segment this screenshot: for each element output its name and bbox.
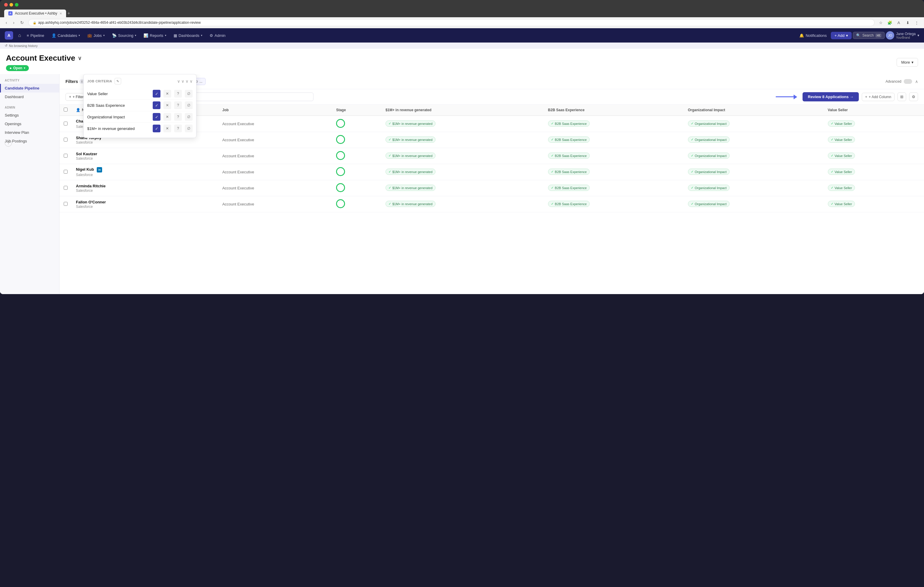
nav-item-dashboards[interactable]: ▦ Dashboards ▾ (171, 31, 205, 39)
menu-button[interactable]: ⋮ (913, 19, 920, 26)
app-logo[interactable]: A (5, 31, 13, 39)
criteria-check-0[interactable]: ✓ (153, 90, 160, 97)
sidebar-item-candidate-pipeline[interactable]: Candidate Pipeline (0, 84, 59, 92)
criteria-null-3[interactable]: ∅ (185, 125, 193, 132)
criteria-null-1[interactable]: ∅ (185, 101, 193, 109)
org-impact-cell: ✓ Organizational Impact (684, 164, 824, 180)
criteria-x-2[interactable]: ✕ (163, 113, 171, 121)
nav-item-pipeline[interactable]: ≡ Pipeline (24, 31, 47, 39)
active-tab[interactable]: A Account Executive • Ashby ✕ (4, 10, 66, 17)
row-checkbox-cell[interactable] (59, 180, 72, 196)
row-checkbox[interactable] (64, 154, 68, 158)
sort-down-3[interactable]: ∨ (185, 79, 188, 84)
linkedin-icon[interactable]: in (97, 167, 102, 173)
nav-item-reports[interactable]: 📊 Reports ▾ (140, 31, 169, 39)
status-badge[interactable]: ● Open ▾ (6, 65, 29, 71)
tab-close-button[interactable]: ✕ (59, 12, 62, 15)
candidate-name[interactable]: Nigel Kub (76, 167, 94, 172)
nav-item-candidates[interactable]: 👤 Candidates ▾ (48, 31, 83, 39)
sort-down-1[interactable]: ∨ (177, 79, 180, 84)
minimize-window-button[interactable] (10, 3, 13, 7)
extensions-button[interactable]: 🧩 (886, 19, 893, 26)
candidate-company: Salesforce (76, 156, 93, 161)
row-checkbox[interactable] (64, 170, 68, 174)
forward-button[interactable]: › (12, 20, 16, 26)
candidate-name[interactable]: Sol Kautzer (76, 152, 97, 156)
notifications-button[interactable]: 🔔 Notifications (796, 31, 830, 39)
row-checkbox-cell[interactable] (59, 196, 72, 212)
select-all-header[interactable] (59, 105, 72, 116)
sidebar-item-dashboard[interactable]: Dashboard (0, 92, 59, 101)
column-settings-button[interactable]: ⚙ (909, 92, 918, 101)
revenue-tag: ✓ $1M+ in revenue generated (386, 185, 436, 191)
candidate-name-cell: Nigel Kub in Salesforce (72, 164, 218, 180)
user-menu[interactable]: JO Jane Ortega YourBrand ▾ (886, 31, 919, 39)
select-all-checkbox[interactable] (64, 108, 68, 112)
column-options-button[interactable]: ⊞ (898, 92, 906, 101)
criteria-q-0[interactable]: ? (174, 90, 182, 97)
value-seller-tag: ✓ Value Seller (828, 120, 855, 127)
sidebar-item-openings[interactable]: Openings (0, 120, 59, 128)
add-column-button[interactable]: + + Add Column (862, 93, 894, 101)
criteria-null-0[interactable]: ∅ (185, 90, 193, 97)
back-button[interactable]: ‹ (4, 20, 8, 26)
check-icon: ✓ (691, 138, 694, 141)
row-checkbox-cell[interactable] (59, 132, 72, 148)
b2b-tag: ✓ B2B Saas Experience (548, 201, 590, 207)
close-window-button[interactable] (4, 3, 8, 7)
profile-button[interactable]: A (896, 19, 902, 26)
criteria-q-2[interactable]: ? (174, 113, 182, 121)
row-checkbox-cell[interactable] (59, 116, 72, 132)
advanced-toggle-switch[interactable] (904, 79, 912, 84)
review-applications-button[interactable]: Review 8 Applications → (802, 92, 859, 101)
sort-down-4[interactable]: ∨ (190, 79, 193, 84)
home-nav-button[interactable]: ⌂ (16, 32, 23, 39)
address-field[interactable]: 🔒 app.ashbyhq.com/jobs/e24f3252-484a-465… (28, 19, 874, 26)
browser-addressbar: ‹ › ↻ 🔒 app.ashbyhq.com/jobs/e24f3252-48… (0, 17, 924, 28)
download-button[interactable]: ⬇ (904, 19, 911, 26)
job-title: Account Executive (223, 122, 254, 126)
add-button[interactable]: + Add ▾ (831, 32, 851, 39)
row-checkbox-cell[interactable] (59, 164, 72, 180)
table-row[interactable]: Arminda Ritchie Salesforce Account Execu… (59, 180, 924, 196)
table-row[interactable]: Sol Kautzer Salesforce Account Executive… (59, 148, 924, 164)
row-checkbox[interactable] (64, 122, 68, 125)
sidebar-item-settings[interactable]: Settings (0, 111, 59, 120)
criteria-check-3[interactable]: ✓ (153, 125, 160, 132)
candidate-name[interactable]: Arminda Ritchie (76, 184, 106, 188)
reload-button[interactable]: ↻ (19, 20, 25, 26)
candidate-name[interactable]: Fallon O'Conner (76, 200, 106, 204)
maximize-window-button[interactable] (15, 3, 18, 7)
row-checkbox[interactable] (64, 186, 68, 190)
criteria-x-0[interactable]: ✕ (163, 90, 171, 97)
row-checkbox[interactable] (64, 138, 68, 141)
search-button[interactable]: 🔍 Search ⌘K (853, 32, 885, 39)
criteria-x-1[interactable]: ✕ (163, 101, 171, 109)
criteria-dropdown: JOB CRITERIA ✎ ∨ ∨ ∨ ∨ (83, 74, 196, 138)
criteria-q-3[interactable]: ? (174, 125, 182, 132)
app-container: A ⌂ ≡ Pipeline 👤 Candidates ▾ 💼 Jobs ▾ 📡… (0, 28, 924, 294)
edit-criteria-button[interactable]: ✎ (115, 78, 121, 84)
nav-item-sourcing[interactable]: 📡 Sourcing ▾ (109, 31, 139, 39)
page-title-caret[interactable]: ∨ (78, 55, 82, 62)
criteria-q-1[interactable]: ? (174, 101, 182, 109)
nav-item-jobs[interactable]: 💼 Jobs ▾ (84, 31, 107, 39)
criteria-check-1[interactable]: ✓ (153, 101, 160, 109)
org-impact-tag: ✓ Organizational Impact (688, 169, 729, 175)
new-tab-button[interactable]: + (67, 11, 70, 16)
table-row[interactable]: Nigel Kub in Salesforce Account Executiv… (59, 164, 924, 180)
criteria-null-2[interactable]: ∅ (185, 113, 193, 121)
more-button[interactable]: More ▾ (897, 58, 918, 67)
table-row[interactable]: Fallon O'Conner Salesforce Account Execu… (59, 196, 924, 212)
check-icon: ✓ (831, 138, 833, 141)
criteria-check-2[interactable]: ✓ (153, 113, 160, 121)
row-checkbox[interactable] (64, 202, 68, 206)
nav-item-admin[interactable]: ⚙ Admin (206, 31, 229, 39)
sidebar-item-interview-plan[interactable]: Interview Plan (0, 128, 59, 137)
bookmark-button[interactable]: ☆ (878, 19, 884, 26)
sort-down-2[interactable]: ∨ (181, 79, 184, 84)
help-button[interactable]: ? (5, 140, 12, 146)
row-checkbox-cell[interactable] (59, 148, 72, 164)
criteria-x-3[interactable]: ✕ (163, 125, 171, 132)
collapse-button[interactable]: ∧ (915, 79, 918, 84)
